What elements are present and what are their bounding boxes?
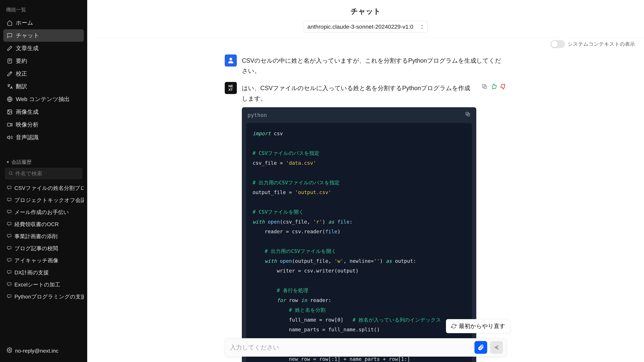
history-search-input[interactable] — [5, 168, 82, 179]
nav-summary[interactable]: 要約 — [3, 55, 84, 67]
model-name: anthropic.claude-3-sonnet-20240229-v1:0 — [308, 23, 413, 30]
sidebar-header: 機能一覧 — [3, 5, 84, 16]
chat-body: CSVのセルの中に姓と名が入っていますが、これを分割するPythonプログラムを… — [87, 48, 644, 362]
sidebar-footer[interactable]: no-reply@next.inc — [3, 345, 84, 357]
svg-rect-18 — [8, 295, 11, 297]
chat-bubble-icon — [7, 270, 12, 276]
history-item[interactable]: Excelシートの加工 — [3, 279, 84, 291]
model-select[interactable]: anthropic.claude-3-sonnet-20240229-v1:0 — [304, 21, 428, 32]
user-message-text: CSVのセルの中に姓と名が入っていますが、これを分割するPythonプログラムを… — [242, 54, 506, 76]
nav-video[interactable]: 映像分析 — [3, 118, 84, 131]
svg-rect-11 — [8, 210, 11, 213]
search-icon — [8, 170, 13, 177]
triangle-down-icon: ▼ — [6, 160, 10, 164]
nav-label: 映像分析 — [16, 121, 38, 129]
svg-rect-12 — [8, 222, 11, 225]
history-item[interactable]: アイキャッチ画像 — [3, 255, 84, 267]
nav-proofread[interactable]: 校正 — [3, 67, 84, 80]
chat-bubble-icon — [7, 294, 12, 300]
nav-speech[interactable]: 音声認識 — [3, 131, 84, 144]
code-header: python — [242, 107, 476, 123]
svg-rect-6 — [8, 123, 11, 126]
nav-translate[interactable]: 翻訳 — [3, 80, 84, 93]
history-item[interactable]: Pythonプログラミングの支援 — [3, 291, 84, 303]
copy-message-icon[interactable] — [481, 83, 488, 91]
chat-icon — [7, 32, 13, 38]
attach-button[interactable] — [474, 341, 487, 354]
history-item[interactable]: メール作成のお手伝い — [3, 206, 84, 218]
home-icon — [7, 20, 13, 26]
user-avatar — [225, 54, 237, 66]
nav-home[interactable]: ホーム — [3, 16, 84, 29]
history-header[interactable]: ▼会話履歴 — [3, 157, 84, 168]
input-wrap — [225, 338, 506, 357]
code-block: python import csv # CSVファイルのパスを指定 csv_fi… — [242, 107, 476, 362]
document-icon — [7, 58, 13, 64]
svg-rect-17 — [8, 283, 11, 285]
nav-chat[interactable]: チャット — [3, 29, 84, 42]
chat-bubble-icon — [7, 245, 12, 252]
input-bar — [87, 338, 644, 357]
nav-list: ホーム チャット 文章生成 要約 校正 翻訳 Web コンテンツ抽出 画像生成 … — [3, 16, 84, 144]
system-context-toggle-row: システムコンテキストの表示 — [87, 38, 644, 48]
svg-rect-9 — [8, 186, 11, 189]
page-header: チャット anthropic.claude-3-sonnet-20240229-… — [87, 0, 644, 38]
speaker-icon — [7, 134, 13, 140]
history-list: CSVファイルの姓名分割プロ プロジェクトキックオフ会議 メール作成のお手伝い … — [3, 182, 84, 303]
nav-label: 文章生成 — [16, 44, 38, 52]
refresh-icon — [451, 324, 456, 329]
video-icon — [7, 122, 13, 128]
chat-bubble-icon — [7, 209, 12, 216]
chat-bubble-icon — [7, 257, 12, 264]
history-item[interactable]: プロジェクトキックオフ会議 — [3, 194, 84, 206]
paperclip-icon — [478, 344, 484, 351]
history-search — [5, 168, 82, 179]
ai-avatar: NE XT — [225, 82, 237, 94]
chat-bubble-icon — [7, 282, 12, 288]
ai-message-content: はい、CSVファイルのセルに入っている姓と名を分割するPythonプログラムを作… — [242, 82, 476, 362]
nav-label: 要約 — [16, 57, 27, 65]
thumbs-down-icon[interactable] — [500, 83, 506, 91]
nav-web-extract[interactable]: Web コンテンツ抽出 — [3, 93, 84, 105]
nav-label: 翻訳 — [16, 83, 27, 90]
nav-label: チャット — [16, 32, 39, 39]
history-section: ▼会話履歴 CSVファイルの姓名分割プロ プロジェクトキックオフ会議 メール作成… — [3, 157, 84, 303]
image-icon — [7, 109, 13, 115]
toggle-label: システムコンテキストの表示 — [568, 41, 635, 48]
svg-point-7 — [9, 172, 12, 174]
nav-label: ホーム — [16, 19, 33, 27]
check-icon — [7, 71, 13, 77]
svg-rect-15 — [8, 258, 11, 261]
page-title: チャット — [97, 6, 634, 16]
history-item[interactable]: ブログ記事の校閲 — [3, 243, 84, 255]
history-item[interactable]: 経費領収書のOCR — [3, 218, 84, 230]
history-item[interactable]: 事業計画書の添削 — [3, 230, 84, 243]
nav-image-gen[interactable]: 画像生成 — [3, 106, 84, 118]
globe-icon — [7, 96, 13, 102]
message-actions — [481, 82, 506, 91]
chat-bubble-icon — [7, 197, 12, 203]
history-item[interactable]: CSVファイルの姓名分割プロ — [3, 182, 84, 194]
history-item[interactable]: DX計画の支援 — [3, 267, 84, 279]
nav-label: 校正 — [16, 70, 27, 78]
svg-rect-13 — [8, 234, 11, 237]
svg-rect-10 — [8, 198, 11, 201]
system-context-toggle[interactable] — [550, 40, 565, 48]
nav-text-gen[interactable]: 文章生成 — [3, 42, 84, 54]
sidebar: 機能一覧 ホーム チャット 文章生成 要約 校正 翻訳 Web コンテンツ抽出 … — [0, 0, 87, 362]
toggle-knob — [552, 41, 558, 47]
code-lang: python — [248, 111, 267, 120]
user-message-row: CSVのセルの中に姓と名が入っていますが、これを分割するPythonプログラムを… — [225, 51, 506, 79]
ai-intro-text: はい、CSVファイルのセルに入っている姓と名を分割するPythonプログラムを作… — [242, 83, 476, 103]
chat-input[interactable] — [228, 342, 472, 353]
copy-code-icon[interactable] — [465, 111, 470, 120]
gear-icon — [7, 347, 12, 354]
restart-button[interactable]: 最初からやり直す — [446, 319, 510, 333]
pencil-icon — [7, 45, 13, 51]
main: チャット anthropic.claude-3-sonnet-20240229-… — [87, 0, 644, 362]
nav-label: 画像生成 — [16, 108, 38, 116]
chevron-updown-icon — [420, 25, 424, 29]
chat-bubble-icon — [7, 185, 12, 191]
thumbs-up-icon[interactable] — [491, 83, 497, 91]
send-button[interactable] — [490, 341, 503, 354]
